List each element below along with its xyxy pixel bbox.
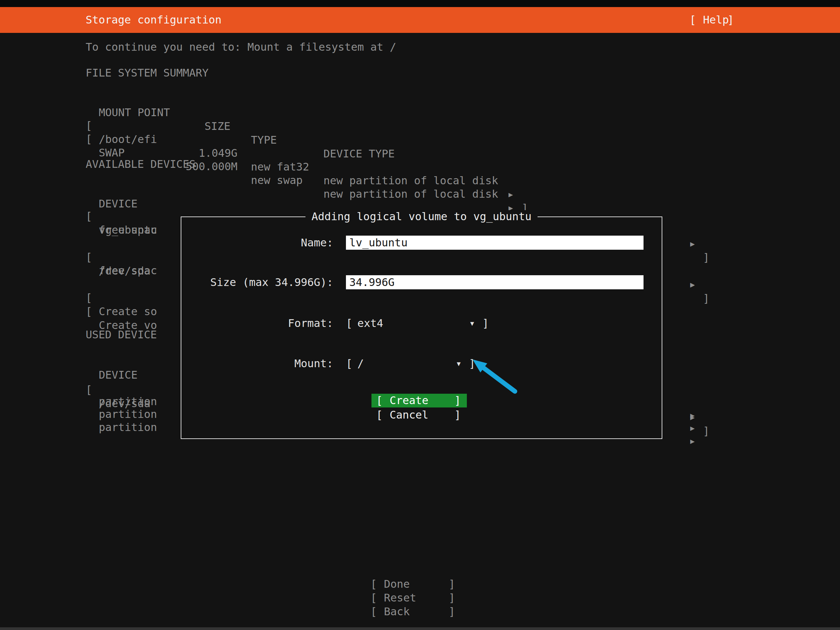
- arrow-right-icon: ▶: [690, 434, 695, 448]
- top-black-strip: [0, 0, 840, 7]
- bracket-open: [: [86, 305, 92, 318]
- used-row-label: partition: [99, 421, 157, 434]
- cancel-button-label: Cancel: [390, 408, 429, 422]
- annotation-arrow-icon: [465, 355, 526, 397]
- bracket-close: ]: [455, 408, 461, 422]
- name-input[interactable]: [346, 236, 644, 250]
- bottom-grey-strip: [0, 627, 840, 630]
- mount-dropdown-value: /: [357, 356, 364, 370]
- bracket-close: ]: [449, 577, 455, 591]
- format-dropdown[interactable]: [ ext4 ▼ ]: [346, 316, 490, 330]
- bracket-open: [: [346, 316, 352, 330]
- fs-row-type: new fat32: [251, 160, 309, 174]
- bracket-open: [: [371, 577, 377, 591]
- action-row-label: Create so: [99, 305, 157, 318]
- done-button[interactable]: [ Done ]: [371, 577, 455, 591]
- reset-button-label: Reset: [384, 591, 416, 605]
- bracket-close: ]: [455, 394, 461, 408]
- create-button-label: Create: [390, 394, 429, 408]
- fs-row-mount: /boot/efi: [99, 132, 157, 146]
- arrow-right-icon: ▶: [690, 421, 695, 435]
- add-logical-volume-dialog: Adding logical volume to vg_ubuntu Name:…: [181, 216, 662, 439]
- format-dropdown-value: ext4: [357, 316, 383, 330]
- bracket-open: [: [690, 7, 696, 33]
- format-label: Format:: [182, 316, 333, 330]
- bracket-close: ]: [728, 7, 734, 33]
- available-devices-heading: AVAILABLE DEVICES: [86, 158, 196, 171]
- create-button[interactable]: [ Create ]: [371, 394, 467, 408]
- fs-header-device-type: DEVICE TYPE: [324, 147, 395, 161]
- back-button[interactable]: [ Back ]: [371, 605, 455, 619]
- mount-dropdown[interactable]: [ / ▼ ]: [346, 356, 478, 370]
- bracket-open: [: [376, 394, 382, 408]
- size-label: Size (max 34.996G):: [182, 275, 333, 289]
- bracket-close: ]: [449, 591, 455, 605]
- title-bar: Storage configuration [ Help ]: [0, 7, 840, 33]
- device-row-label: free spac: [99, 264, 157, 277]
- help-button[interactable]: [ Help ]: [690, 7, 734, 33]
- name-label: Name:: [182, 236, 333, 250]
- device-row-vg-ubuntu[interactable]: [ vg_ubuntu ▶ ]: [0, 196, 840, 209]
- bracket-close: ]: [482, 316, 489, 330]
- intro-text: To continue you need to: Mount a filesys…: [86, 40, 396, 54]
- help-button-label: Help: [703, 7, 729, 33]
- bracket-open: [: [371, 591, 377, 605]
- page-title: Storage configuration: [86, 7, 222, 33]
- fs-header-type: TYPE: [251, 133, 277, 147]
- fs-summary-heading: FILE SYSTEM SUMMARY: [86, 66, 208, 80]
- bracket-open: [: [346, 356, 352, 370]
- size-input[interactable]: [346, 275, 644, 289]
- back-button-label: Back: [384, 605, 410, 619]
- fs-summary-header-row: MOUNT POINT SIZE TYPE DEVICE TYPE: [0, 92, 840, 106]
- available-devices-header-row: DEVICE TYPE SIZE: [0, 183, 840, 197]
- reset-button[interactable]: [ Reset ]: [371, 591, 455, 605]
- cancel-button[interactable]: [ Cancel ]: [371, 408, 467, 422]
- bracket-open: [: [371, 605, 377, 619]
- bracket-open: [: [86, 132, 92, 146]
- storage-configuration-screen: Storage configuration [ Help ] To contin…: [0, 0, 840, 630]
- done-button-label: Done: [384, 577, 410, 591]
- bracket-open: [: [376, 408, 382, 422]
- dialog-title: Adding logical volume to vg_ubuntu: [305, 210, 537, 223]
- device-row-label: free spac: [99, 223, 157, 237]
- bracket-close: ]: [449, 605, 455, 619]
- fs-row-swap[interactable]: [ SWAP 500.000M new swap new partition o…: [0, 118, 840, 132]
- bracket-close: ]: [703, 424, 709, 438]
- mount-label: Mount:: [182, 356, 333, 370]
- fs-row-boot-efi[interactable]: [ /boot/efi 1.049G new fat32 new partiti…: [0, 105, 840, 119]
- caret-down-icon: ▼: [457, 356, 461, 370]
- used-device-heading: USED DEVICE: [86, 328, 157, 342]
- caret-down-icon: ▼: [470, 316, 474, 330]
